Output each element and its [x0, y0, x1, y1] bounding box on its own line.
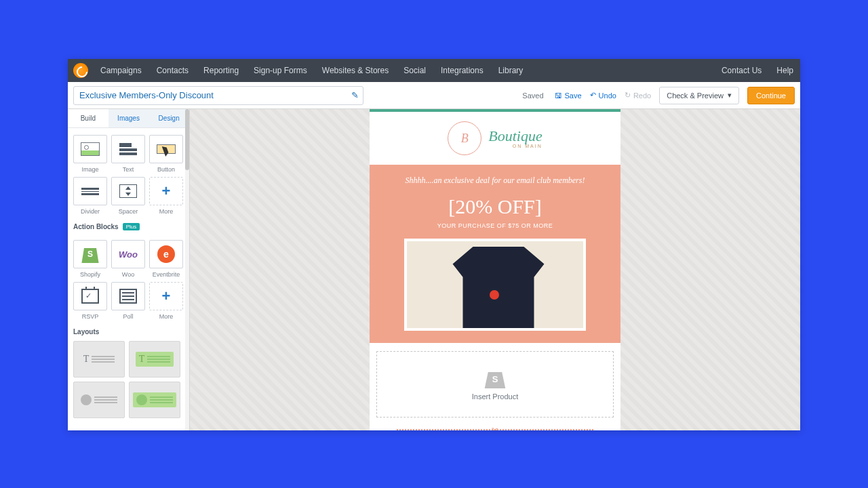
- chevron-down-icon: ▾: [728, 91, 732, 100]
- shopify-icon: [80, 245, 100, 263]
- block-text[interactable]: [111, 135, 145, 163]
- campaign-name-field[interactable]: Exclusive Members-Only Discount ✎: [73, 86, 363, 105]
- layout-4[interactable]: [129, 382, 180, 418]
- nav-library[interactable]: Library: [498, 66, 524, 75]
- image-icon: [81, 142, 100, 156]
- block-button[interactable]: [149, 135, 183, 163]
- divider-icon: [81, 188, 99, 195]
- layout-2[interactable]: T: [129, 341, 180, 378]
- promo-intro: Shhhh....an exclusive deal for our email…: [376, 176, 614, 186]
- save-icon: 🖫: [555, 92, 562, 100]
- block-action-more[interactable]: +: [149, 282, 183, 310]
- button-icon: [157, 144, 176, 154]
- promo-offer: [20% OFF]: [376, 195, 614, 218]
- plus-icon: +: [162, 182, 171, 200]
- layout-3[interactable]: [73, 382, 125, 418]
- save-status: Saved: [522, 92, 543, 100]
- top-nav: Campaigns Contacts Reporting Sign-up For…: [68, 59, 800, 82]
- block-eventbrite[interactable]: e: [149, 240, 183, 268]
- edit-pencil-icon[interactable]: ✎: [351, 90, 359, 100]
- scrollbar-thumb[interactable]: [185, 109, 189, 170]
- action-blocks-title: Action Blocks Plus: [68, 218, 189, 233]
- brand-subtext: ON MAIN: [488, 144, 542, 148]
- sidebar-tabs: Build Images Design: [68, 109, 189, 128]
- block-divider[interactable]: [73, 177, 107, 205]
- undo-icon: ↶: [590, 91, 596, 100]
- nav-left: Campaigns Contacts Reporting Sign-up For…: [100, 66, 523, 75]
- redo-button[interactable]: ↻ Redo: [625, 91, 651, 100]
- campaign-name-text: Exclusive Members-Only Discount: [79, 90, 214, 100]
- promo-section: Shhhh....an exclusive deal for our email…: [370, 165, 620, 343]
- coupon-edge: ✂: [370, 426, 620, 430]
- nav-help[interactable]: Help: [776, 66, 793, 75]
- sidebar-scrollbar[interactable]: [185, 109, 189, 430]
- brand-logo-icon: [73, 63, 88, 78]
- block-woo[interactable]: Woo: [111, 240, 145, 268]
- block-rsvp[interactable]: [73, 282, 107, 310]
- nav-right: Contact Us Help: [722, 66, 793, 75]
- jacket-illustration: [448, 247, 549, 331]
- app-frame: Campaigns Contacts Reporting Sign-up For…: [68, 59, 800, 430]
- redo-icon: ↻: [625, 91, 631, 100]
- sidebar: Build Images Design Image Text Button: [68, 109, 190, 430]
- main-area: Build Images Design Image Text Button: [68, 109, 800, 430]
- action-blocks: Shopify Woo Woo e Eventbrite RSVP Poll: [68, 233, 189, 323]
- eventbrite-icon: e: [157, 245, 175, 263]
- check-preview-button[interactable]: Check & Preview ▾: [659, 87, 739, 104]
- woo-icon: Woo: [119, 249, 138, 260]
- flower-accent: [490, 290, 499, 300]
- email-header: B Boutique ON MAIN: [370, 112, 620, 165]
- toolbar: Exclusive Members-Only Discount ✎ Saved …: [68, 82, 800, 109]
- nav-contacts[interactable]: Contacts: [157, 66, 189, 75]
- plus-badge: Plus: [123, 223, 140, 230]
- tab-design[interactable]: Design: [149, 109, 189, 127]
- nav-contact-us[interactable]: Contact Us: [722, 66, 762, 75]
- plus-icon: +: [162, 287, 171, 305]
- block-image[interactable]: [73, 135, 107, 163]
- tab-build[interactable]: Build: [68, 109, 108, 127]
- insert-product-label: Insert Product: [472, 392, 518, 401]
- nav-signup-forms[interactable]: Sign-up Forms: [254, 66, 307, 75]
- save-button[interactable]: 🖫 Save: [555, 92, 582, 100]
- layouts-title: Layouts: [68, 323, 189, 338]
- continue-button[interactable]: Continue: [747, 87, 795, 104]
- block-shopify[interactable]: [73, 240, 107, 268]
- product-photo: [404, 239, 586, 331]
- text-icon: [119, 143, 137, 155]
- nav-campaigns[interactable]: Campaigns: [100, 66, 142, 75]
- block-more[interactable]: +: [149, 177, 183, 205]
- nav-integrations[interactable]: Integrations: [441, 66, 484, 75]
- promo-condition: YOUR PURCHASE OF $75 OR MORE: [376, 222, 614, 229]
- block-spacer[interactable]: [111, 177, 145, 205]
- layout-1[interactable]: T: [73, 341, 125, 378]
- insert-product-slot[interactable]: Insert Product: [376, 351, 614, 418]
- canvas[interactable]: B Boutique ON MAIN Shhhh....an exclusive…: [190, 109, 800, 430]
- poll-icon: [119, 289, 137, 304]
- nav-reporting[interactable]: Reporting: [203, 66, 239, 75]
- nav-social[interactable]: Social: [403, 66, 426, 75]
- brand-name: Boutique: [488, 129, 542, 144]
- rsvp-icon: [81, 289, 99, 304]
- basic-blocks: Image Text Button Divider: [68, 128, 189, 218]
- tab-images[interactable]: Images: [108, 109, 149, 127]
- brand-monogram-icon: B: [448, 121, 481, 155]
- email-preview[interactable]: B Boutique ON MAIN Shhhh....an exclusive…: [370, 109, 620, 430]
- block-poll[interactable]: [111, 282, 145, 310]
- nav-websites-stores[interactable]: Websites & Stores: [322, 66, 389, 75]
- spacer-icon: [119, 184, 137, 198]
- layouts: T T: [68, 338, 189, 421]
- shopify-bag-icon: [484, 368, 507, 388]
- undo-button[interactable]: ↶ Undo: [590, 91, 616, 100]
